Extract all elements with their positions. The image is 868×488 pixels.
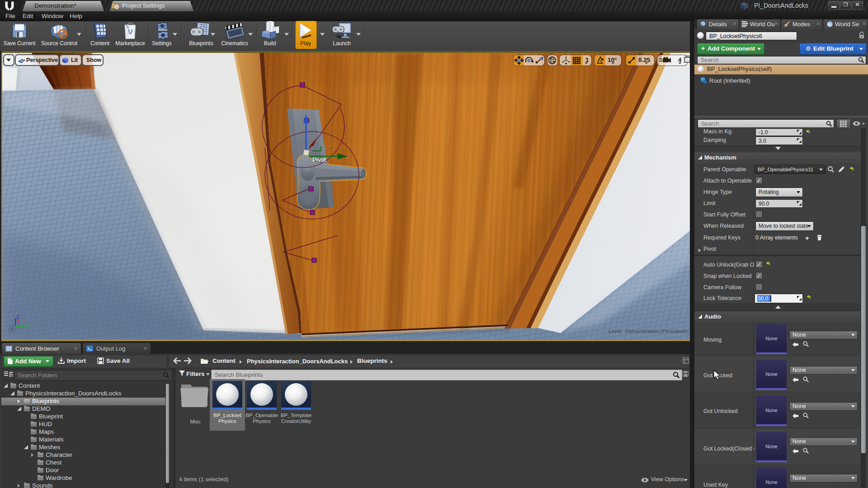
svg-text:Y: Y	[27, 324, 30, 329]
svg-text:X: X	[17, 318, 20, 323]
svg-text:Pivot: Pivot	[312, 156, 326, 163]
